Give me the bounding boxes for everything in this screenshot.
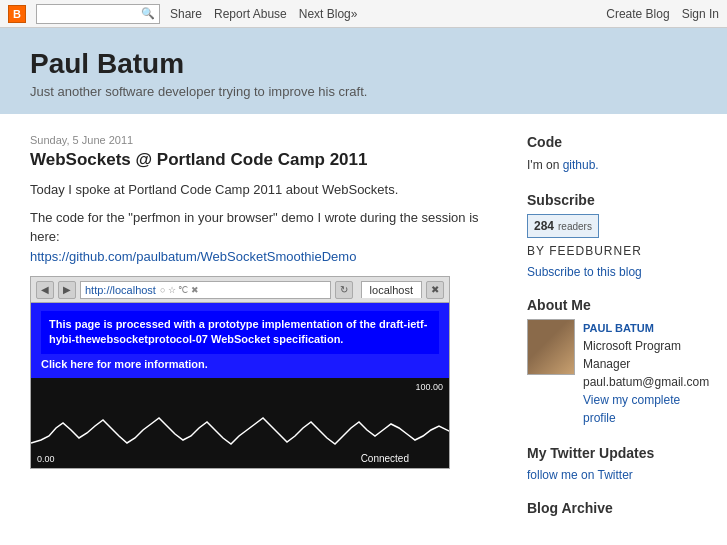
sidebar-twitter: My Twitter Updates follow me on Twitter: [527, 445, 697, 482]
feedburner-count: 284: [534, 217, 554, 235]
navbar: B 🔍 Share Report Abuse Next Blog» Create…: [0, 0, 727, 28]
waveform-svg: [31, 408, 449, 448]
blogger-logo-text: B: [13, 8, 21, 20]
reload-button[interactable]: ↻: [335, 281, 353, 299]
browser-content: This page is processed with a prototype …: [31, 303, 449, 378]
next-blog-link[interactable]: Next Blog»: [299, 7, 358, 21]
browser-bar: ◀ ▶ http://localhost ○ ☆ ℃ ✖ ↻ localhost…: [31, 277, 449, 303]
report-abuse-link[interactable]: Report Abuse: [214, 7, 287, 21]
github-link[interactable]: github.: [563, 158, 599, 172]
author-email: paul.batum@gmail.com: [583, 375, 709, 389]
nav-right: Create Blog Sign In: [606, 7, 719, 21]
sign-in-link[interactable]: Sign In: [682, 7, 719, 21]
back-button[interactable]: ◀: [36, 281, 54, 299]
browser-url[interactable]: http://localhost ○ ☆ ℃ ✖: [80, 281, 331, 299]
sidebar-subscribe: Subscribe 284 readers BY FEEDBURNER Subs…: [527, 192, 697, 279]
post-line2: The code for the "perfmon in your browse…: [30, 208, 507, 267]
sidebar-archive: Blog Archive: [527, 500, 697, 516]
browser-warning-link[interactable]: Click here for more information.: [41, 358, 439, 370]
performance-graph: 100.00 0.00 Connected: [31, 378, 449, 468]
browser-tab[interactable]: localhost: [361, 281, 422, 298]
post-date: Sunday, 5 June 2011: [30, 134, 507, 146]
sidebar-about: About Me PAUL BATUM Microsoft Program Ma…: [527, 297, 697, 427]
subscribe-heading: Subscribe: [527, 192, 697, 208]
sidebar: Code I'm on github. Subscribe 284 reader…: [527, 134, 697, 534]
code-text: I'm on github.: [527, 156, 697, 174]
nav-links: Share Report Abuse Next Blog»: [170, 7, 357, 21]
browser-screenshot: ◀ ▶ http://localhost ○ ☆ ℃ ✖ ↻ localhost…: [30, 276, 450, 469]
blogger-logo: B: [8, 5, 26, 23]
subscribe-link[interactable]: Subscribe to this blog: [527, 265, 642, 279]
author-role: Microsoft Program Manager: [583, 339, 681, 371]
post-line1: Today I spoke at Portland Code Camp 2011…: [30, 180, 507, 200]
avatar: [527, 319, 575, 375]
sidebar-code: Code I'm on github.: [527, 134, 697, 174]
close-tab-button[interactable]: ✖: [426, 281, 444, 299]
about-heading: About Me: [527, 297, 697, 313]
create-blog-link[interactable]: Create Blog: [606, 7, 669, 21]
blog-content: Sunday, 5 June 2011 WebSockets @ Portlan…: [30, 134, 507, 534]
feedburner-readers: readers: [558, 219, 592, 234]
blog-header: Paul Batum Just another software develop…: [0, 28, 727, 114]
blog-title: Paul Batum: [30, 48, 697, 80]
profile-link[interactable]: profile: [583, 411, 616, 425]
post-body: Today I spoke at Portland Code Camp 2011…: [30, 180, 507, 266]
main-layout: Sunday, 5 June 2011 WebSockets @ Portlan…: [0, 114, 727, 545]
search-icon[interactable]: 🔍: [141, 7, 155, 20]
search-box[interactable]: 🔍: [36, 4, 160, 24]
feedburner-by: BY FEEDBURNER: [527, 242, 697, 260]
demo-link[interactable]: https://github.com/paulbatum/WebSocketSm…: [30, 249, 356, 264]
graph-top-label: 100.00: [415, 382, 443, 392]
blog-subtitle: Just another software developer trying t…: [30, 84, 697, 99]
post-title: WebSockets @ Portland Code Camp 2011: [30, 150, 507, 170]
graph-bottom-label: 0.00: [37, 454, 55, 464]
view-profile-link[interactable]: View my complete: [583, 393, 680, 407]
share-link[interactable]: Share: [170, 7, 202, 21]
twitter-heading: My Twitter Updates: [527, 445, 697, 461]
browser-warning: This page is processed with a prototype …: [41, 311, 439, 354]
twitter-link[interactable]: follow me on Twitter: [527, 468, 633, 482]
archive-heading: Blog Archive: [527, 500, 697, 516]
feedburner-badge: 284 readers: [527, 214, 599, 238]
about-text: PAUL BATUM Microsoft Program Manager pau…: [583, 319, 709, 427]
connected-label: Connected: [361, 453, 409, 464]
forward-button[interactable]: ▶: [58, 281, 76, 299]
code-heading: Code: [527, 134, 697, 150]
about-me: PAUL BATUM Microsoft Program Manager pau…: [527, 319, 697, 427]
author-name-link[interactable]: PAUL BATUM: [583, 322, 654, 334]
search-input[interactable]: [41, 7, 141, 21]
